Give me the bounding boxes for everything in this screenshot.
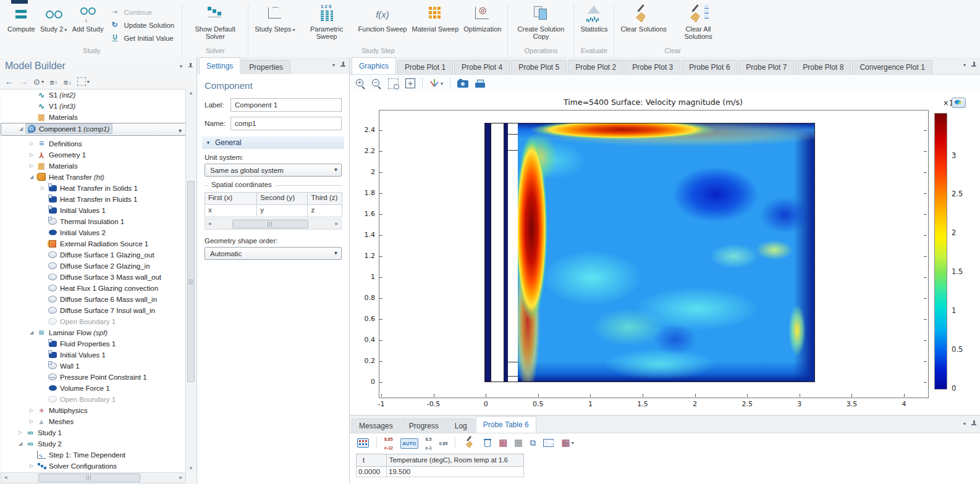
tree-item-diffuse-surface-1-glazing-out[interactable]: Diffuse Surface 1 Glazing_out [1, 249, 186, 261]
zoom-in-button[interactable] [356, 78, 365, 88]
tab-probe-plot-6[interactable]: Probe Plot 6 [682, 60, 737, 74]
table-grid-button[interactable]: ▾ [561, 437, 573, 448]
tree-item-definitions[interactable]: ▷Definitions [1, 138, 186, 149]
material-sweep-button[interactable]: Material Sweep [409, 4, 461, 33]
tree-item-step-1-time-dependent[interactable]: Step 1: Time Dependent [1, 449, 186, 461]
show-button[interactable]: ▾ [33, 77, 44, 86]
tree-item-s1-int2[interactable]: S1(int2) [1, 90, 186, 101]
pin-icon[interactable] [971, 62, 976, 69]
expand-all-button[interactable] [49, 77, 57, 85]
show-default-solver-button[interactable]: Show Default Solver [186, 4, 244, 41]
scroll-right-icon[interactable]: ► [332, 219, 341, 229]
tab-probe-table-6[interactable]: Probe Table 6 [476, 416, 536, 433]
tree-item-study-2[interactable]: ◢Study 2 [1, 438, 186, 449]
tree-item-wall-1[interactable]: Wall 1 [1, 361, 186, 372]
expanded-arrow-icon[interactable]: ◢ [17, 438, 24, 449]
table-row[interactable]: 0.000019.500 [356, 467, 524, 477]
third-z-cell[interactable]: z [308, 205, 342, 217]
table-red-button[interactable] [499, 437, 507, 448]
collapsed-arrow-icon[interactable]: ▷ [28, 161, 35, 172]
expanded-arrow-icon[interactable]: ◢ [28, 172, 35, 183]
go-to-button[interactable]: ▾ [77, 77, 90, 86]
add-study-button[interactable]: ↓Add Study [70, 4, 106, 33]
tree-item-initial-values-1[interactable]: Initial Values 1 [1, 205, 186, 216]
collapsed-arrow-icon[interactable]: ▷ [28, 138, 35, 149]
shape-order-select[interactable]: Automatic [205, 247, 342, 260]
tab-probe-plot-3[interactable]: Probe Plot 3 [625, 60, 680, 74]
tab-messages[interactable]: Messages [352, 419, 400, 433]
collapsed-arrow-icon[interactable]: ▷ [28, 149, 35, 161]
plot-area[interactable]: Time=5400 Surface: Velocity magnitude (m… [350, 91, 980, 415]
tree-item-initial-values-1[interactable]: Initial Values 1 [1, 349, 186, 361]
update-table-button[interactable] [357, 438, 369, 447]
tree-item-open-boundary-1[interactable]: Open Boundary 1 [1, 316, 186, 327]
study-steps-button[interactable]: Study Steps▾ [252, 4, 297, 35]
back-button[interactable] [5, 77, 14, 86]
pin-icon[interactable] [340, 62, 345, 69]
format-engineering-button[interactable]: 8.5 e-1 [426, 434, 432, 451]
tab-probe-plot-4[interactable]: Probe Plot 4 [454, 60, 510, 74]
tree-item-diffuse-surface-7-insul-wall-in[interactable]: Diffuse Surface 7 Insul wall_in [1, 305, 186, 316]
clear-all-solutions-button[interactable]: Clear All Solutions [669, 4, 727, 41]
collapsed-arrow-icon[interactable]: ▷ [28, 405, 35, 416]
tree-item-materials[interactable]: Materials [1, 112, 186, 123]
statistics-button[interactable]: Statistics [578, 4, 610, 33]
parametric-sweep-button[interactable]: Parametric Sweep [298, 4, 356, 41]
tree-item-multiphysics[interactable]: ▷Multiphysics [1, 405, 186, 416]
tab-convergence-plot-1[interactable]: Convergence Plot 1 [852, 60, 932, 74]
tab-graphics[interactable]: Graphics [352, 57, 396, 74]
collapsed-arrow-icon[interactable]: ▷ [17, 427, 24, 438]
tree-item-laminar-flow-spf[interactable]: ◢Laminar Flow(spf) [1, 327, 186, 338]
tree-vertical-scrollbar[interactable]: ▲ ▼ [185, 89, 196, 473]
tab-probe-plot-8[interactable]: Probe Plot 8 [795, 60, 851, 74]
pin-icon[interactable] [187, 63, 193, 70]
update-solution-button[interactable]: Update Solution [107, 19, 178, 31]
pin-icon[interactable] [971, 420, 976, 427]
general-section-header[interactable]: ▼ General [202, 136, 344, 149]
second-y-cell[interactable]: y [257, 205, 308, 217]
tab-progress[interactable]: Progress [402, 419, 446, 433]
optimization-button[interactable]: Optimization [461, 4, 504, 33]
printer-button[interactable] [475, 79, 485, 88]
delete-table-button[interactable] [484, 438, 491, 448]
scrollbar-thumb[interactable] [232, 220, 308, 228]
tree-item-study-1[interactable]: ▷Study 1 [1, 427, 186, 438]
create-solution-copy-button[interactable]: Create Solution Copy [512, 4, 570, 41]
tree-horizontal-scrollbar[interactable]: ◄ ► [1, 472, 186, 483]
camera-button[interactable] [457, 79, 468, 88]
tab-properties[interactable]: Properties [242, 60, 290, 74]
tab-probe-plot-2[interactable]: Probe Plot 2 [568, 60, 623, 74]
tree-item-heat-flux-1-glazing-convection[interactable]: Heat Flux 1 Glazing convection [1, 283, 186, 294]
chevron-down-icon[interactable]: ▾ [332, 62, 335, 68]
unit-system-select[interactable]: Same as global system [205, 164, 342, 177]
export-table-button[interactable] [543, 438, 554, 447]
get-initial-value-button[interactable]: Get Initial Value [107, 31, 178, 44]
first-x-cell[interactable]: x [205, 205, 257, 217]
forward-button[interactable] [19, 77, 28, 86]
continue-button[interactable]: Continue [107, 6, 178, 19]
scroll-down-icon[interactable]: ▼ [186, 464, 196, 473]
format-scientific-button[interactable]: 8.85 e-12 [384, 434, 393, 451]
chevron-down-icon[interactable]: ▾ [963, 62, 966, 68]
tree-item-solver-configurations[interactable]: ▷Solver Configurations [1, 461, 186, 472]
collapsed-arrow-icon[interactable]: ▷ [39, 183, 46, 194]
clear-solutions-button[interactable]: Clear Solutions [618, 4, 669, 33]
tree-item-diffuse-surface-3-mass-wall-out[interactable]: Diffuse Surface 3 Mass wall_out [1, 272, 186, 283]
zoom-extents-button[interactable] [405, 78, 415, 88]
scroll-right-icon[interactable]: ► [177, 473, 185, 483]
study-2-button[interactable]: Study 2▾ [38, 4, 70, 35]
tree-item-thermal-insulation-1[interactable]: Thermal Insulation 1 [1, 216, 186, 227]
tree-item-heat-transfer-in-solids-1[interactable]: ▷Heat Transfer in Solids 1 [1, 183, 186, 194]
format-decimal-button[interactable]: 0.85 [439, 438, 448, 447]
tree-item-diffuse-surface-6-mass-wall-in[interactable]: Diffuse Surface 6 Mass wall_in [1, 294, 186, 305]
tree-item-v1-int3[interactable]: V1(int3) [1, 101, 186, 112]
gray-square-button[interactable] [515, 438, 522, 447]
collapsed-arrow-icon[interactable]: ▷ [28, 461, 35, 472]
collapse-all-button[interactable] [63, 77, 71, 85]
tab-probe-plot-7[interactable]: Probe Plot 7 [738, 60, 794, 74]
tab-probe-plot-5[interactable]: Probe Plot 5 [511, 60, 567, 74]
tree-item-open-boundary-1[interactable]: Open Boundary 1 [1, 394, 186, 405]
plot-thumbnail-icon[interactable] [952, 98, 966, 108]
expanded-arrow-icon[interactable]: ◢ [28, 327, 35, 338]
tree-item-materials[interactable]: ▷Materials [1, 161, 186, 172]
